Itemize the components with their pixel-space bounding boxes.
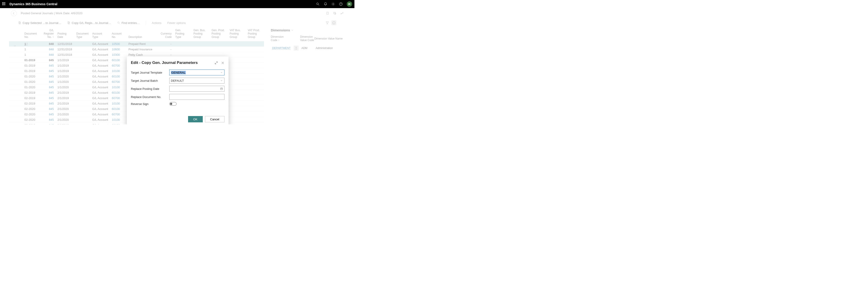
action-copy-register[interactable]: Copy G/L Regis…to Journal…: [67, 21, 111, 25]
col-currency[interactable]: Currency Code: [154, 27, 174, 41]
col-gl-reg[interactable]: G/L Register No. ↑: [39, 27, 56, 41]
top-bar: Dynamics 365 Business Central IK: [0, 0, 354, 8]
target-batch-dropdown[interactable]: DEFAULT: [169, 78, 224, 83]
fact-row-menu-icon[interactable]: ⋮: [293, 45, 299, 50]
filter-icon[interactable]: [326, 21, 329, 25]
brand-title: Dynamics 365 Business Central: [9, 2, 57, 6]
action-copy-selected[interactable]: Copy Selected …to Journal…: [18, 21, 61, 25]
cancel-button[interactable]: Cancel: [205, 116, 224, 122]
col-vat-bus[interactable]: VAT Bus. Posting Group: [228, 27, 246, 41]
svg-rect-6: [19, 22, 20, 24]
app-launcher-icon[interactable]: [2, 2, 6, 6]
bookmark-icon[interactable]: [326, 12, 329, 15]
replace-posting-date-input[interactable]: [169, 86, 224, 92]
svg-line-1: [318, 4, 319, 5]
back-button[interactable]: [11, 10, 17, 16]
col-description[interactable]: Description: [127, 27, 154, 41]
factbox-toggle-icon[interactable]: [331, 20, 336, 25]
fact-val-name: Administration: [314, 44, 343, 52]
copy-journal-dialog: Edit - Copy Gen. Journal Parameters Targ…: [127, 57, 228, 125]
reverse-sign-toggle[interactable]: [169, 102, 177, 106]
factbox-dimensions: Dimensions Dimension Code ↑ Dimension Va…: [269, 27, 345, 125]
fld-batch-label: Target Journal Batch: [131, 79, 159, 82]
svg-rect-9: [68, 22, 70, 24]
ok-button[interactable]: OK: [188, 116, 203, 122]
chevron-down-icon: [291, 29, 293, 32]
col-doc-no[interactable]: Document No.: [23, 27, 39, 41]
fewer-options[interactable]: Fewer options: [167, 21, 186, 25]
col-acct-no[interactable]: Account No.: [110, 27, 127, 41]
notification-icon[interactable]: [324, 2, 327, 6]
calendar-icon: [220, 88, 223, 90]
fld-replace-doc-label: Replace Document No.: [131, 95, 162, 99]
svg-rect-8: [68, 22, 69, 24]
page-header: Posted General Journals | Work Date: 4/6…: [0, 8, 354, 18]
dialog-title: Edit - Copy Gen. Journal Parameters: [131, 61, 215, 65]
svg-rect-7: [19, 22, 21, 24]
chevron-down-icon: [220, 79, 223, 82]
settings-icon[interactable]: [331, 2, 335, 6]
col-gen-prod[interactable]: Gen. Prod. Posting Group: [210, 27, 228, 41]
fact-col-val-name[interactable]: Dimension Value Name: [314, 35, 343, 44]
action-bar: Copy Selected …to Journal… Copy G/L Regi…: [0, 18, 354, 27]
table-row[interactable]: →1 ⋮84812/31/2018G/L Account10500Prepaid…: [9, 41, 264, 47]
replace-doc-no-input[interactable]: [169, 94, 224, 100]
svg-point-0: [317, 3, 318, 5]
svg-line-11: [119, 23, 120, 24]
fact-col-val-code[interactable]: Dimension Value Code: [300, 35, 314, 44]
target-template-dropdown[interactable]: GENERAL: [169, 70, 224, 75]
col-vat-prod[interactable]: VAT Prod. Posting Group: [246, 27, 264, 41]
table-row[interactable]: 1 84812/31/2018G/L Account10600Prepaid I…: [9, 47, 264, 52]
factbox-row[interactable]: DEPARTMENT ⋮ ADM Administration: [271, 44, 343, 52]
user-avatar[interactable]: IK: [347, 1, 352, 7]
factbox-title[interactable]: Dimensions: [271, 28, 343, 32]
col-gen-post[interactable]: Gen. Posting Type: [174, 27, 191, 41]
fld-replace-date-label: Replace Posting Date: [131, 87, 160, 91]
collapse-icon[interactable]: [340, 12, 344, 15]
search-icon[interactable]: [316, 2, 320, 6]
col-posting-date[interactable]: Posting Date: [56, 27, 74, 41]
fact-code[interactable]: DEPARTMENT: [271, 44, 292, 52]
close-icon[interactable]: [221, 61, 224, 65]
popout-icon[interactable]: [333, 12, 336, 15]
action-find-entries[interactable]: Find entries…: [117, 21, 140, 25]
expand-icon[interactable]: [215, 61, 218, 65]
col-gen-bus[interactable]: Gen. Bus. Posting Group: [192, 27, 210, 41]
svg-point-10: [118, 22, 119, 23]
fld-template-label: Target Journal Template: [131, 71, 163, 74]
help-icon[interactable]: [339, 2, 343, 6]
svg-point-2: [333, 4, 334, 4]
fld-reverse-label: Reverse Sign: [131, 102, 149, 106]
svg-rect-15: [221, 88, 222, 90]
fact-val-code: ADM: [300, 44, 314, 52]
col-doc-type[interactable]: Document Type: [74, 27, 90, 41]
actions-menu[interactable]: Actions: [152, 21, 162, 25]
col-acct-type[interactable]: Account Type: [90, 27, 110, 41]
chevron-down-icon: [220, 71, 223, 74]
fact-col-code[interactable]: Dimension Code ↑: [271, 35, 292, 44]
page-title: Posted General Journals | Work Date: 4/6…: [21, 11, 83, 15]
